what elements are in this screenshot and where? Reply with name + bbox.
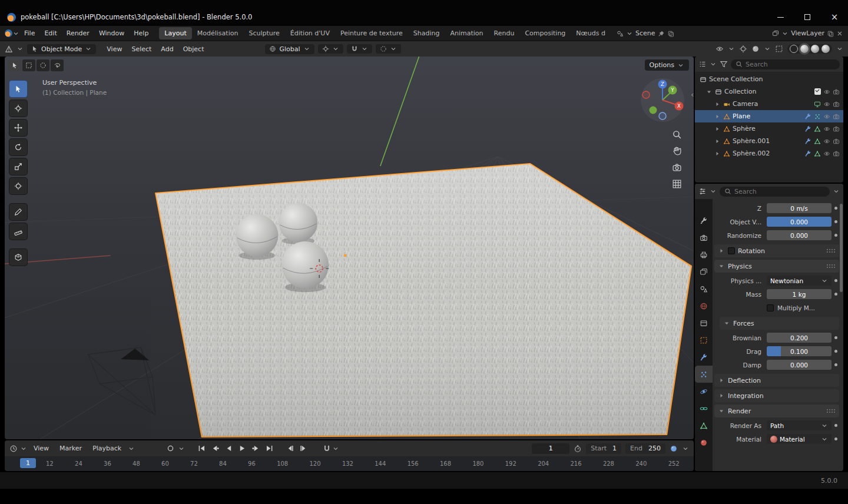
collection-checkbox[interactable] [814, 88, 821, 95]
measure-tool[interactable] [9, 223, 28, 240]
brownian-field[interactable]: 0.200 [767, 333, 832, 343]
play-button[interactable] [236, 443, 249, 454]
workspace-tab-geometry-nodes[interactable]: Nœuds d [571, 27, 611, 39]
render-visibility-icon[interactable] [833, 101, 840, 108]
tab-collection[interactable] [695, 314, 713, 331]
physics-type-dropdown[interactable]: Newtonian [767, 276, 832, 286]
drag-grip[interactable] [826, 264, 836, 268]
select-box-tool[interactable] [9, 80, 28, 98]
hide-eye-icon[interactable] [823, 88, 830, 95]
tab-scene[interactable] [695, 280, 713, 297]
object-velocity-field[interactable]: 0.000 [767, 217, 832, 227]
expand-icon[interactable] [714, 101, 721, 108]
workspace-tab-modeling[interactable]: Modélisation [192, 27, 244, 39]
select-tweak-button[interactable] [8, 59, 21, 71]
menu-window[interactable]: Window [94, 28, 129, 39]
blender-menu-icon[interactable] [5, 29, 12, 37]
frame-start-field[interactable]: Start1 [586, 443, 621, 454]
transform-tool[interactable] [9, 177, 28, 195]
outliner-row-sphere-001[interactable]: Sphère.001 [695, 135, 843, 147]
z-velocity-field[interactable]: 0 m/s [767, 203, 832, 213]
expand-icon[interactable] [714, 113, 721, 120]
step-forward-button[interactable] [297, 443, 310, 454]
remove-viewlayer-icon[interactable] [836, 30, 843, 37]
render-visibility-icon[interactable] [833, 88, 840, 95]
filter-icon[interactable] [720, 60, 728, 68]
sidebar-toggle-arrow[interactable]: ‹ [691, 91, 694, 99]
render-visibility-icon[interactable] [833, 138, 840, 145]
tab-output[interactable] [695, 246, 713, 263]
scene-name[interactable]: Scene [635, 29, 655, 37]
drag-grip[interactable] [826, 248, 836, 253]
stopwatch-icon[interactable] [574, 445, 582, 453]
menu-file[interactable]: File [19, 28, 39, 39]
tab-object-data[interactable] [695, 417, 713, 434]
expand-icon[interactable] [714, 138, 721, 145]
select-circle-button[interactable] [37, 59, 49, 71]
zoom-icon[interactable] [672, 130, 682, 140]
menu-view[interactable]: View [102, 44, 127, 55]
animate-dot[interactable] [832, 234, 840, 237]
animate-dot[interactable] [832, 336, 840, 339]
menu-add[interactable]: Add [156, 44, 178, 55]
close-button[interactable]: × [821, 8, 848, 26]
outliner-row-sphere-002[interactable]: Sphère.002 [695, 147, 843, 160]
tab-tool[interactable] [695, 212, 713, 229]
tab-world[interactable] [695, 297, 713, 314]
properties-editor-icon[interactable] [698, 187, 707, 195]
viewlayer-name[interactable]: ViewLayer [791, 29, 824, 37]
workspace-tab-animation[interactable]: Animation [445, 27, 488, 39]
tab-render[interactable] [695, 229, 713, 246]
rotation-section-header[interactable]: Rotation [714, 244, 839, 257]
overlays-icon[interactable] [751, 45, 760, 53]
tab-physics[interactable] [695, 383, 713, 400]
render-as-dropdown[interactable]: Path [767, 420, 832, 430]
snap-dropdown[interactable] [347, 44, 372, 54]
scale-tool[interactable] [9, 158, 28, 175]
physics-section-header[interactable]: Physics [714, 260, 839, 273]
annotate-tool[interactable] [9, 203, 28, 221]
properties-search[interactable] [720, 187, 830, 197]
jump-to-end-button[interactable] [263, 443, 276, 454]
animate-dot[interactable] [832, 424, 840, 427]
camera-view-icon[interactable] [672, 163, 682, 173]
pan-hand-icon[interactable] [672, 146, 682, 156]
animate-dot[interactable] [832, 293, 840, 296]
tab-particles[interactable] [695, 366, 713, 383]
damp-field[interactable]: 0.000 [767, 360, 832, 370]
deflection-section-header[interactable]: Deflection [714, 374, 839, 387]
multiply-mass-checkbox[interactable] [767, 304, 774, 311]
xray-icon[interactable] [775, 45, 783, 53]
animate-dot[interactable] [832, 363, 840, 366]
properties-scrollbar[interactable] [840, 204, 843, 292]
hide-eye-icon[interactable] [823, 113, 830, 120]
move-tool[interactable] [9, 119, 28, 137]
tab-modifiers[interactable] [695, 349, 713, 366]
outliner-row-collection[interactable]: Collection [695, 85, 843, 98]
transform-orientation-dropdown[interactable]: Global [265, 44, 314, 54]
animate-dot[interactable] [832, 437, 840, 440]
next-keyframe-button[interactable] [250, 443, 262, 454]
workspace-tab-shading[interactable]: Shading [408, 27, 445, 39]
randomize-field[interactable]: 0.000 [767, 230, 832, 240]
proportional-editing-dropdown[interactable] [376, 44, 401, 54]
workspace-tab-layout[interactable]: Layout [159, 27, 191, 39]
menu-edit[interactable]: Edit [39, 28, 61, 39]
render-visibility-icon[interactable] [833, 113, 840, 120]
select-lasso-button[interactable] [51, 59, 64, 71]
timeline-menu-view[interactable]: View [29, 443, 53, 454]
animate-dot[interactable] [832, 220, 840, 223]
outliner-search[interactable] [731, 59, 840, 69]
animate-dot[interactable] [832, 279, 840, 282]
options-dropdown[interactable]: Options [645, 59, 689, 71]
current-frame-indicator[interactable]: 1 [20, 458, 36, 468]
shading-wireframe-button[interactable] [790, 45, 798, 53]
outliner-row-plane[interactable]: Plane [695, 110, 843, 122]
auto-keyframe-button[interactable] [164, 443, 177, 454]
timeline-ruler[interactable]: 1 12 24 36 48 60 72 84 96 108 120 132 14… [5, 456, 694, 471]
pin-icon[interactable] [658, 30, 665, 37]
new-viewlayer-icon[interactable] [827, 30, 834, 37]
navigation-gizmo[interactable]: Z Y X [640, 77, 685, 122]
outliner-row-camera[interactable]: Camera [695, 98, 843, 110]
maximize-button[interactable] [794, 8, 821, 26]
